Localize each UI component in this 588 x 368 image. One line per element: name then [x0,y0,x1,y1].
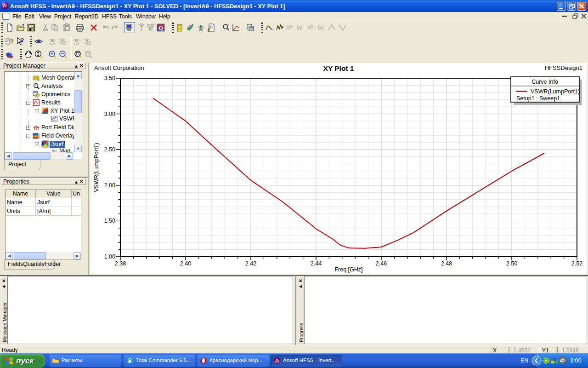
svg-text:2.00: 2.00 [104,182,115,189]
svg-text:2.52: 2.52 [571,260,582,267]
svg-text:VSWR(LumpPort1): VSWR(LumpPort1) [531,88,580,95]
svg-text:2.42: 2.42 [245,260,256,267]
svg-text:Setup1 : Sweep1: Setup1 : Sweep1 [516,95,560,102]
svg-text:XY Plot 1: XY Plot 1 [323,64,354,72]
svg-text:2.50: 2.50 [104,146,115,153]
svg-text:Curve Info: Curve Info [531,79,558,85]
svg-text:?: ? [21,37,24,44]
svg-text:1.50: 1.50 [104,218,115,224]
svg-text:1.00: 1.00 [104,253,115,260]
svg-text:VSWR(LumpPort1): VSWR(LumpPort1) [93,143,100,192]
svg-text:2.48: 2.48 [441,260,452,267]
svg-text:2.46: 2.46 [376,260,387,267]
svg-text:Ansoft Corporation: Ansoft Corporation [94,64,144,71]
svg-text:2.38: 2.38 [115,260,126,267]
svg-text:HFSSDesign1: HFSSDesign1 [545,64,582,71]
svg-text:2.40: 2.40 [180,260,191,267]
svg-text:?: ? [10,38,14,45]
svg-text:Freq [GHz]: Freq [GHz] [334,266,362,273]
svg-text:2.50: 2.50 [506,260,517,267]
svg-text:Q: Q [158,24,163,31]
svg-text:3.50: 3.50 [104,75,115,81]
svg-text:3.00: 3.00 [104,111,115,117]
svg-text:2.44: 2.44 [311,260,322,267]
